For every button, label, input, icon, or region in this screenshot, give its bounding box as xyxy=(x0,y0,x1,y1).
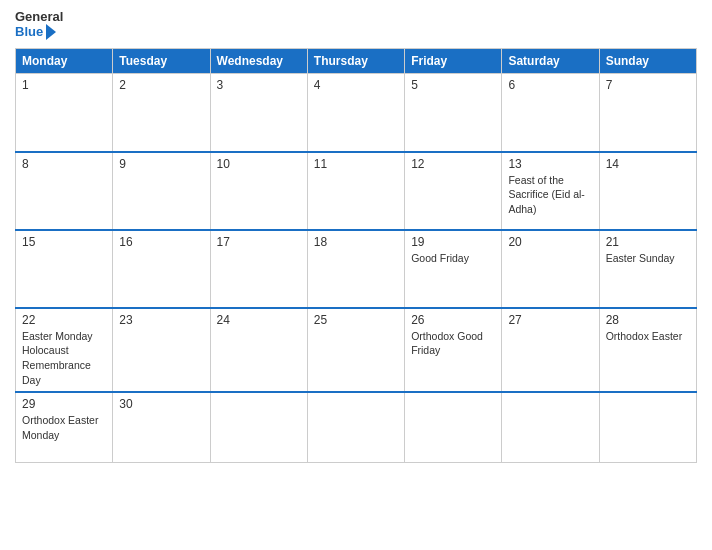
day-cell: 12 xyxy=(405,152,502,230)
weekday-header-monday: Monday xyxy=(16,49,113,74)
event-text: Orthodox Easter Monday xyxy=(22,414,98,441)
day-number: 10 xyxy=(217,157,301,171)
day-cell: 14 xyxy=(599,152,696,230)
day-cell: 6 xyxy=(502,74,599,152)
day-cell: 28Orthodox Easter xyxy=(599,308,696,393)
event-text: Orthodox Good Friday xyxy=(411,330,483,357)
weekday-header-wednesday: Wednesday xyxy=(210,49,307,74)
header: General Blue xyxy=(15,10,697,40)
day-number: 14 xyxy=(606,157,690,171)
day-number: 8 xyxy=(22,157,106,171)
day-number: 23 xyxy=(119,313,203,327)
day-cell: 16 xyxy=(113,230,210,308)
day-number: 4 xyxy=(314,78,398,92)
day-number: 17 xyxy=(217,235,301,249)
weekday-header-row: MondayTuesdayWednesdayThursdayFridaySatu… xyxy=(16,49,697,74)
day-cell: 2 xyxy=(113,74,210,152)
weekday-header-thursday: Thursday xyxy=(307,49,404,74)
day-cell xyxy=(502,392,599,462)
day-cell: 19Good Friday xyxy=(405,230,502,308)
day-cell: 25 xyxy=(307,308,404,393)
week-row-4: 22Easter MondayHolocaust Remembrance Day… xyxy=(16,308,697,393)
event-text: Orthodox Easter xyxy=(606,330,682,342)
day-number: 30 xyxy=(119,397,203,411)
event-text: Good Friday xyxy=(411,252,469,264)
day-cell xyxy=(599,392,696,462)
calendar-table: MondayTuesdayWednesdayThursdayFridaySatu… xyxy=(15,48,697,463)
day-cell: 3 xyxy=(210,74,307,152)
logo-general: General xyxy=(15,10,63,24)
day-number: 12 xyxy=(411,157,495,171)
day-cell: 13Feast of the Sacrifice (Eid al-Adha) xyxy=(502,152,599,230)
day-number: 29 xyxy=(22,397,106,411)
weekday-header-sunday: Sunday xyxy=(599,49,696,74)
day-cell: 23 xyxy=(113,308,210,393)
week-row-1: 1234567 xyxy=(16,74,697,152)
day-cell: 20 xyxy=(502,230,599,308)
day-number: 5 xyxy=(411,78,495,92)
day-cell: 30 xyxy=(113,392,210,462)
week-row-2: 8910111213Feast of the Sacrifice (Eid al… xyxy=(16,152,697,230)
day-cell: 22Easter MondayHolocaust Remembrance Day xyxy=(16,308,113,393)
day-number: 15 xyxy=(22,235,106,249)
day-number: 24 xyxy=(217,313,301,327)
day-cell: 9 xyxy=(113,152,210,230)
week-row-3: 1516171819Good Friday2021Easter Sunday xyxy=(16,230,697,308)
day-cell xyxy=(307,392,404,462)
day-number: 9 xyxy=(119,157,203,171)
day-number: 16 xyxy=(119,235,203,249)
event-text: Holocaust Remembrance Day xyxy=(22,344,91,385)
day-cell: 15 xyxy=(16,230,113,308)
day-number: 1 xyxy=(22,78,106,92)
day-cell: 18 xyxy=(307,230,404,308)
day-number: 27 xyxy=(508,313,592,327)
event-text: Easter Monday xyxy=(22,330,93,342)
logo-triangle-icon xyxy=(46,24,56,40)
weekday-header-tuesday: Tuesday xyxy=(113,49,210,74)
day-number: 25 xyxy=(314,313,398,327)
day-number: 18 xyxy=(314,235,398,249)
day-cell: 5 xyxy=(405,74,502,152)
event-text: Easter Sunday xyxy=(606,252,675,264)
logo-blue: Blue xyxy=(15,25,43,39)
day-number: 11 xyxy=(314,157,398,171)
day-number: 19 xyxy=(411,235,495,249)
weekday-header-saturday: Saturday xyxy=(502,49,599,74)
day-cell: 8 xyxy=(16,152,113,230)
day-cell: 11 xyxy=(307,152,404,230)
weekday-header-friday: Friday xyxy=(405,49,502,74)
day-cell: 29Orthodox Easter Monday xyxy=(16,392,113,462)
day-cell: 1 xyxy=(16,74,113,152)
day-number: 22 xyxy=(22,313,106,327)
day-cell: 27 xyxy=(502,308,599,393)
day-number: 3 xyxy=(217,78,301,92)
day-number: 7 xyxy=(606,78,690,92)
day-cell: 26Orthodox Good Friday xyxy=(405,308,502,393)
week-row-5: 29Orthodox Easter Monday30 xyxy=(16,392,697,462)
day-number: 28 xyxy=(606,313,690,327)
day-number: 21 xyxy=(606,235,690,249)
day-number: 13 xyxy=(508,157,592,171)
day-cell: 17 xyxy=(210,230,307,308)
calendar-page: General Blue MondayTuesdayWednesdayThurs… xyxy=(0,0,712,550)
day-number: 20 xyxy=(508,235,592,249)
day-number: 6 xyxy=(508,78,592,92)
day-number: 2 xyxy=(119,78,203,92)
event-text: Feast of the Sacrifice (Eid al-Adha) xyxy=(508,174,584,215)
day-cell xyxy=(405,392,502,462)
day-cell: 24 xyxy=(210,308,307,393)
day-cell xyxy=(210,392,307,462)
day-cell: 10 xyxy=(210,152,307,230)
day-cell: 4 xyxy=(307,74,404,152)
day-cell: 7 xyxy=(599,74,696,152)
logo: General Blue xyxy=(15,10,63,40)
day-number: 26 xyxy=(411,313,495,327)
day-cell: 21Easter Sunday xyxy=(599,230,696,308)
